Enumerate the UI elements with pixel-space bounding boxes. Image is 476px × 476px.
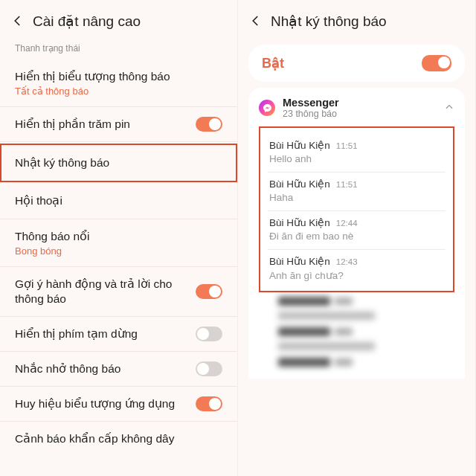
row-subtitle: Tất cả thông báo [15, 86, 222, 97]
row-title: Nhắc nhở thông báo [15, 361, 196, 376]
msg-time: 12:43 [336, 257, 358, 266]
row-conversations[interactable]: Hội thoại [0, 184, 237, 219]
toggle-badge[interactable] [196, 396, 222, 411]
messenger-icon [259, 100, 275, 116]
row-title: Hiển thị phím tạm dừng [15, 327, 196, 341]
row-title: Huy hiệu biểu tượng ứng dụng [15, 396, 196, 411]
msg-sender: Bùi Hữu Kiện [269, 216, 330, 228]
msg-time: 11:51 [336, 180, 358, 189]
header: Cài đặt nâng cao [0, 0, 237, 39]
row-subtitle: Bong bóng [15, 245, 222, 257]
list-item[interactable]: Bùi Hữu Kiện 11:51 Haha [268, 173, 446, 211]
row-title: Gợi ý hành động và trả lời cho thông báo [15, 277, 196, 306]
row-title: Thông báo nổi [15, 229, 222, 244]
toggle-snooze[interactable] [196, 327, 222, 341]
blurred-content [278, 297, 435, 367]
app-group-messenger: Messenger 23 thông báo Bùi Hữu Kiện 11:5… [248, 88, 465, 379]
header: Nhật ký thông báo [238, 0, 475, 39]
toggle-reminder[interactable] [196, 361, 222, 376]
toggle-battery[interactable] [196, 117, 222, 132]
row-title: Nhật ký thông báo [15, 155, 222, 170]
msg-sender: Bùi Hữu Kiện [269, 139, 330, 151]
row-title: Hiển thị phần trăm pin [15, 117, 196, 132]
list-item[interactable]: Bùi Hữu Kiện 12:43 Anh ăn gì chưa? [268, 250, 446, 289]
enable-card: Bật [248, 45, 465, 82]
row-floating-notifications[interactable]: Thông báo nổi Bong bóng [0, 219, 237, 267]
msg-time: 11:51 [336, 141, 358, 150]
msg-body: Hello anh [269, 153, 444, 164]
row-notification-icons[interactable]: Hiển thị biểu tượng thông báo Tất cả thô… [0, 60, 237, 107]
row-title: Hiển thị biểu tượng thông báo [15, 69, 222, 84]
msg-time: 12:44 [336, 219, 358, 228]
row-battery-percentage[interactable]: Hiển thị phần trăm pin [0, 107, 237, 142]
app-header[interactable]: Messenger 23 thông báo [259, 97, 454, 123]
msg-body: Anh ăn gì chưa? [269, 269, 444, 281]
row-reminder[interactable]: Nhắc nhở thông báo [0, 352, 237, 387]
message-list-highlight: Bùi Hữu Kiện 11:51 Hello anh Bùi Hữu Kiệ… [259, 126, 454, 292]
msg-body: Haha [269, 192, 444, 203]
toggle-enable-log[interactable] [422, 55, 451, 71]
list-item[interactable]: Bùi Hữu Kiện 12:44 Đi ăn đi em bao nè [268, 211, 446, 250]
row-title: Hội thoại [15, 193, 222, 208]
page-title: Nhật ký thông báo [271, 13, 387, 30]
msg-body: Đi ăn đi em bao nè [269, 231, 444, 242]
page-title: Cài đặt nâng cao [33, 13, 141, 30]
msg-sender: Bùi Hữu Kiện [269, 178, 330, 190]
back-icon[interactable] [7, 10, 28, 31]
row-app-badge[interactable]: Huy hiệu biểu tượng ứng dụng [0, 387, 237, 422]
back-icon[interactable] [245, 10, 266, 31]
chevron-up-icon[interactable] [444, 102, 454, 115]
row-title: Cảnh báo khẩn cấp không dây [15, 431, 222, 446]
row-emergency-alerts[interactable]: Cảnh báo khẩn cấp không dây [0, 422, 237, 456]
section-label: Thanh trạng thái [0, 39, 237, 60]
toggle-suggest[interactable] [196, 284, 222, 299]
row-notification-log[interactable]: Nhật ký thông báo [0, 144, 237, 182]
settings-screen: Cài đặt nâng cao Thanh trạng thái Hiển t… [0, 0, 238, 476]
list-item[interactable]: Bùi Hữu Kiện 11:51 Hello anh [268, 134, 446, 173]
app-name: Messenger [283, 97, 339, 109]
enable-label: Bật [262, 55, 284, 71]
app-count: 23 thông báo [283, 109, 339, 119]
row-snooze[interactable]: Hiển thị phím tạm dừng [0, 317, 237, 352]
msg-sender: Bùi Hữu Kiện [269, 255, 330, 267]
row-suggest-actions[interactable]: Gợi ý hành động và trả lời cho thông báo [0, 267, 237, 317]
notification-log-screen: Nhật ký thông báo Bật Messenger 23 thông… [238, 0, 476, 476]
